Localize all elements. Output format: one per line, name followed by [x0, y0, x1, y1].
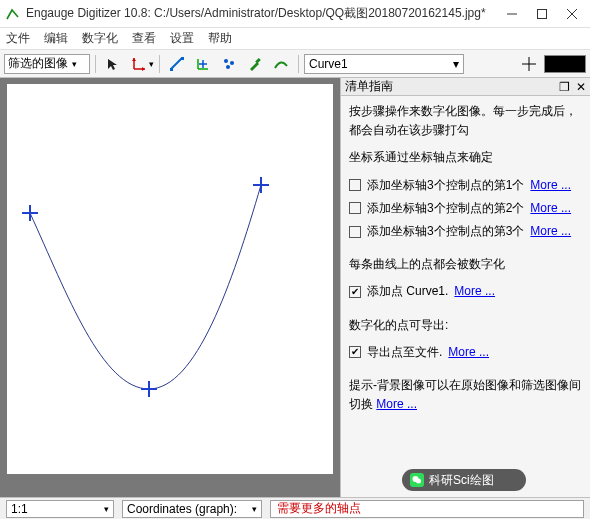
curve-combo-value: Curve1: [309, 57, 348, 71]
crosshair-overlay-icon[interactable]: [517, 53, 541, 75]
point-match-tool[interactable]: [217, 53, 241, 75]
close-button[interactable]: [566, 8, 578, 20]
curve-check: ✔ 添加点 Curve1. More ...: [349, 282, 582, 301]
watermark-text: 科研Sci绘图: [429, 472, 494, 489]
select-tool[interactable]: [101, 53, 125, 75]
panel-float-button[interactable]: ❐: [559, 80, 570, 94]
minimize-button[interactable]: [506, 8, 518, 20]
svg-point-15: [230, 61, 234, 65]
more-link[interactable]: More ...: [530, 199, 571, 218]
curve-path: [7, 84, 333, 474]
axis-check-2: 添加坐标轴3个控制点的第2个 More ...: [349, 199, 582, 218]
checkbox-icon: [349, 226, 361, 238]
menu-digitize[interactable]: 数字化: [82, 30, 118, 47]
axis-section-head: 坐标系通过坐标轴点来确定: [349, 148, 582, 167]
checkbox-checked-icon: ✔: [349, 346, 361, 358]
svg-point-16: [226, 65, 230, 69]
more-link[interactable]: More ...: [448, 343, 489, 362]
svg-point-21: [416, 479, 421, 484]
watermark: 科研Sci绘图: [402, 469, 526, 491]
svg-line-7: [171, 58, 182, 69]
status-bar: 1:1▾ Coordinates (graph):▾ 需要更多的轴点: [0, 497, 590, 519]
more-link[interactable]: More ...: [454, 282, 495, 301]
title-bar: Engauge Digitizer 10.8: C:/Users/Adminis…: [0, 0, 590, 28]
svg-point-14: [224, 59, 228, 63]
window-title: Engauge Digitizer 10.8: C:/Users/Adminis…: [26, 5, 506, 22]
app-icon: [6, 7, 20, 21]
checkbox-checked-icon: ✔: [349, 286, 361, 298]
svg-rect-2: [538, 9, 547, 18]
more-link[interactable]: More ...: [376, 397, 417, 411]
menu-help[interactable]: 帮助: [208, 30, 232, 47]
checkbox-icon: [349, 179, 361, 191]
checkbox-icon: [349, 202, 361, 214]
export-check: ✔ 导出点至文件. More ...: [349, 343, 582, 362]
more-link[interactable]: More ...: [530, 176, 571, 195]
zoom-value: 1:1: [11, 502, 28, 516]
status-message: 需要更多的轴点: [270, 500, 584, 518]
coord-mode-combo[interactable]: Coordinates (graph):▾: [122, 500, 262, 518]
coord-label: Coordinates (graph):: [127, 502, 237, 516]
svg-rect-17: [255, 57, 261, 63]
menu-edit[interactable]: 编辑: [44, 30, 68, 47]
svg-rect-9: [181, 57, 184, 60]
menu-bar: 文件 编辑 数字化 查看 设置 帮助: [0, 28, 590, 50]
maximize-button[interactable]: [536, 8, 548, 20]
wechat-icon: [410, 473, 424, 487]
color-swatch[interactable]: [544, 55, 586, 73]
toolbar: 筛选的图像▾ ▾ Curve1▾: [0, 50, 590, 78]
more-link[interactable]: More ...: [530, 222, 571, 241]
background-combo-value: 筛选的图像: [8, 55, 68, 72]
curve-combo[interactable]: Curve1▾: [304, 54, 464, 74]
axis-check-3: 添加坐标轴3个控制点的第3个 More ...: [349, 222, 582, 241]
curve-point-tool[interactable]: [191, 53, 215, 75]
color-picker-tool[interactable]: [243, 53, 267, 75]
menu-file[interactable]: 文件: [6, 30, 30, 47]
panel-close-button[interactable]: ✕: [576, 80, 586, 94]
axis-point-tool[interactable]: [127, 53, 151, 75]
hint-text: 提示-背景图像可以在原始图像和筛选图像间切换 More ...: [349, 376, 582, 414]
menu-view[interactable]: 查看: [132, 30, 156, 47]
axis-check-1: 添加坐标轴3个控制点的第1个 More ...: [349, 176, 582, 195]
checklist-header: 清单指南 ❐ ✕: [341, 78, 590, 96]
curve-section-head: 每条曲线上的点都会被数字化: [349, 255, 582, 274]
svg-rect-0: [6, 7, 20, 21]
svg-rect-8: [170, 68, 173, 71]
export-section-head: 数字化的点可导出:: [349, 316, 582, 335]
checklist-title: 清单指南: [345, 78, 393, 95]
scale-bar-tool[interactable]: [165, 53, 189, 75]
graph-canvas[interactable]: [7, 84, 333, 474]
menu-settings[interactable]: 设置: [170, 30, 194, 47]
segment-fill-tool[interactable]: [269, 53, 293, 75]
canvas-pane: [0, 78, 340, 497]
background-combo[interactable]: 筛选的图像▾: [4, 54, 90, 74]
checklist-panel: 清单指南 ❐ ✕ 按步骤操作来数字化图像。每一步完成后，都会自动在该步骤打勾 坐…: [340, 78, 590, 497]
zoom-combo[interactable]: 1:1▾: [6, 500, 114, 518]
checklist-intro: 按步骤操作来数字化图像。每一步完成后，都会自动在该步骤打勾: [349, 102, 582, 140]
